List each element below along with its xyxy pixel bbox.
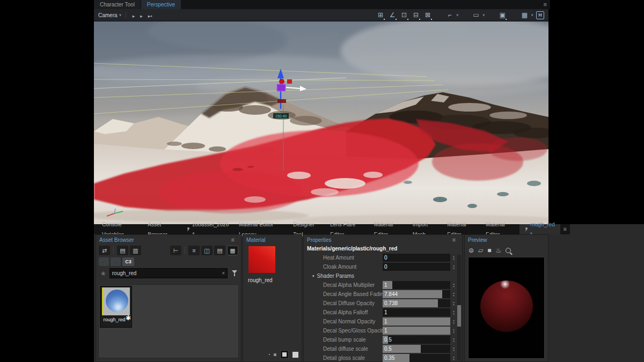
tab-material-editor[interactable]: Material Editor: [481, 224, 519, 234]
tab-zooasset-2026[interactable]: zooasset_2026 *: [181, 224, 234, 234]
display-options-icon[interactable]: ▭: [472, 11, 481, 19]
bottom-tab-menu-icon[interactable]: ≡: [560, 226, 570, 232]
screenshot-icon[interactable]: ▣: [498, 11, 507, 19]
breadcrumb-button[interactable]: C3: [122, 257, 134, 266]
spinner-down-icon[interactable]: ▾: [453, 313, 455, 315]
snap-angle-icon[interactable]: ∠: [388, 11, 397, 19]
camera-dropdown[interactable]: Camera ∨: [98, 12, 122, 18]
property-slider-field[interactable]: 0.35: [383, 354, 450, 362]
spinner-buttons[interactable]: ▴▾: [450, 299, 457, 307]
thumbnail-view-button[interactable]: ▦: [227, 246, 238, 255]
folder-tree-button[interactable]: ⊢: [170, 246, 181, 255]
tab-import-mesh[interactable]: Import Mesh: [408, 224, 442, 234]
tab-material-editor-legacy[interactable]: Material Editor Legacy: [234, 224, 288, 234]
spinner-buttons[interactable]: ▴▾: [450, 354, 457, 362]
spinner-down-icon[interactable]: ▾: [453, 294, 455, 297]
spinner-down-icon[interactable]: ▾: [453, 322, 455, 324]
step-last-icon[interactable]: ▸▪: [148, 13, 152, 19]
tab-asset-browser[interactable]: Asset Browser: [143, 224, 181, 234]
zoom-icon[interactable]: [506, 248, 511, 253]
spinner-buttons[interactable]: ▴▾: [450, 327, 457, 335]
thumb-size-tiny[interactable]: [269, 354, 270, 355]
spinner-down-icon[interactable]: ▾: [453, 358, 455, 361]
spinner-down-icon[interactable]: ▾: [453, 349, 455, 352]
split-view-button[interactable]: ◫: [201, 246, 213, 255]
filter-funnel-icon[interactable]: [231, 270, 238, 277]
spinner-down-icon[interactable]: ▾: [453, 267, 455, 270]
spinner-buttons[interactable]: ▴▾: [450, 345, 457, 353]
property-slider-field[interactable]: 0.5: [383, 345, 450, 353]
spinner-buttons[interactable]: ▴▾: [450, 308, 457, 316]
snap-pivot-icon[interactable]: ⌐: [445, 11, 455, 19]
thumb-size-medium[interactable]: [280, 350, 289, 359]
list-view-button[interactable]: ▤: [214, 246, 225, 255]
forward-button[interactable]: →: [111, 257, 121, 266]
folder-closed-button[interactable]: ▤: [117, 246, 128, 255]
material-swatch[interactable]: [248, 246, 275, 273]
property-row-decal-alpha-multiplier: Decal Alpha Multiplier1▴▾: [304, 280, 462, 290]
asset-tile-rough-red[interactable]: ✱ rough_red *: [100, 286, 132, 328]
favorites-star-icon[interactable]: ★: [100, 270, 106, 277]
gizmo-plane-handle[interactable]: [287, 79, 292, 84]
property-slider-field[interactable]: 0.5: [383, 336, 450, 344]
thumb-size-large[interactable]: [292, 352, 298, 358]
spinner-buttons[interactable]: ▴▾: [450, 263, 457, 271]
property-slider-field[interactable]: 1: [383, 308, 450, 316]
thumb-size-small[interactable]: [274, 353, 276, 356]
snap-scale-icon[interactable]: ⊡: [400, 11, 409, 19]
snap-geometry-icon[interactable]: ⊠: [423, 11, 433, 19]
details-view-button[interactable]: ≡: [188, 246, 200, 255]
section-shader-params[interactable]: ▾Shader Params: [304, 271, 462, 280]
box-shape-icon[interactable]: ▱: [478, 247, 483, 254]
property-slider-field[interactable]: 7.844: [383, 290, 450, 298]
tab-rough-red[interactable]: rough_red *: [519, 224, 560, 234]
properties-scrollbar[interactable]: [457, 255, 461, 360]
tab-designer-tool[interactable]: Designer Tool: [288, 224, 325, 234]
spinner-down-icon[interactable]: ▾: [453, 285, 455, 288]
spinner-buttons[interactable]: ▴▾: [450, 336, 457, 344]
snap-grid-icon[interactable]: ⊞: [376, 11, 385, 19]
helpers-toggle-icon[interactable]: H: [536, 11, 544, 19]
decal-object[interactable]: [277, 99, 286, 103]
folder-open-button[interactable]: ▥: [130, 246, 141, 255]
step-forward-icon[interactable]: ▸: [140, 13, 143, 19]
back-button[interactable]: ←: [99, 257, 109, 266]
spinner-buttons[interactable]: ▴▾: [450, 290, 457, 298]
spinner-buttons[interactable]: ▴▾: [450, 254, 457, 262]
panel-menu-icon[interactable]: ≡: [228, 237, 238, 243]
tab-perspective[interactable]: Perspective: [141, 0, 181, 9]
property-slider-field[interactable]: 0: [383, 263, 450, 271]
snap-terrain-icon[interactable]: ⊟: [412, 11, 421, 19]
top-tab-menu-icon[interactable]: ≡: [540, 2, 550, 8]
preview-viewport[interactable]: [468, 257, 545, 359]
scrollbar-thumb[interactable]: [457, 305, 461, 327]
spinner-down-icon[interactable]: ▾: [453, 340, 455, 343]
panel-menu-icon[interactable]: ≡: [449, 237, 459, 243]
sync-assets-button[interactable]: ⇄: [99, 246, 110, 255]
property-slider-field[interactable]: 1: [383, 281, 450, 289]
viewport-3d[interactable]: 150.40: [94, 21, 548, 224]
spinner-down-icon[interactable]: ▾: [453, 258, 455, 261]
property-slider-field[interactable]: 0: [383, 254, 450, 262]
teapot-shape-icon[interactable]: ♨: [496, 247, 502, 254]
clear-search-icon[interactable]: ×: [222, 270, 225, 276]
tab-lens-flare-editor[interactable]: Lens Flare Editor: [325, 224, 369, 234]
spinner-buttons[interactable]: ▴▾: [450, 281, 457, 289]
tab-character-tool[interactable]: Character Tool: [94, 0, 141, 9]
search-input[interactable]: [112, 270, 222, 276]
property-slider-field[interactable]: 0.738: [383, 299, 450, 307]
property-slider-field[interactable]: 1: [383, 317, 450, 326]
plane-shape-icon[interactable]: ■: [487, 247, 491, 254]
tab-material-editor[interactable]: Material Editor: [442, 224, 481, 234]
helpers-display-icon[interactable]: ▦: [520, 11, 529, 19]
gizmo-selected-box[interactable]: [277, 84, 286, 91]
play-icon[interactable]: ▸: [133, 13, 135, 19]
property-slider-field[interactable]: 1: [383, 327, 450, 335]
tab-console-variables[interactable]: Console Variables: [97, 224, 143, 234]
spinner-down-icon[interactable]: ▾: [453, 331, 455, 334]
spinner-down-icon[interactable]: ▾: [453, 304, 455, 306]
spinner-buttons[interactable]: ▴▾: [450, 317, 457, 326]
gizmo-rotate-handle[interactable]: [279, 79, 284, 84]
sphere-shape-icon[interactable]: ⊜: [469, 247, 474, 254]
tab-material-editor[interactable]: Material Editor: [369, 224, 408, 234]
